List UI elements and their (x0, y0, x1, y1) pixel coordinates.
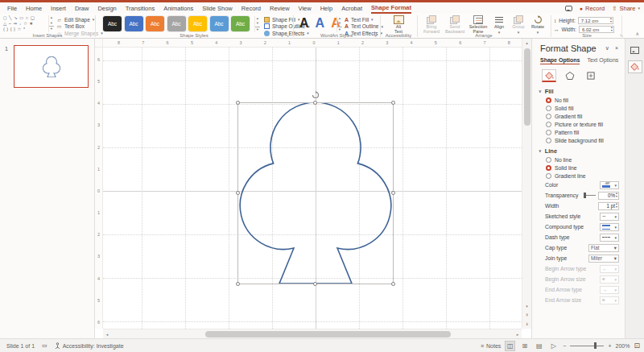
normal-view-button[interactable]: ◫ (505, 341, 515, 351)
radio[interactable] (546, 173, 551, 179)
resize-handle-w[interactable] (236, 191, 240, 195)
notes-button[interactable]: ≡Notes (481, 343, 501, 349)
radio[interactable] (546, 157, 551, 163)
radio[interactable] (546, 114, 551, 119)
shape-style-swatch[interactable]: Abc (125, 16, 143, 31)
scroll-left-icon[interactable]: ◂ (103, 332, 111, 337)
shapes-gallery-row1-icons[interactable]: ◻ ╲ ↘ ▭ ○ ▢ (3, 15, 48, 21)
horizontal-scrollbar[interactable]: ◂ ▸ (103, 329, 522, 338)
line-width-spinner[interactable]: ▴▾ (616, 203, 617, 209)
wordart-dialog-launcher-icon[interactable]: ⇘ (373, 33, 377, 38)
tab-acrobat[interactable]: Acrobat (341, 2, 362, 14)
shapes-gallery-row2-icons[interactable]: △ ~ ⇒ ↓ ☆ ★ (3, 21, 48, 27)
resize-handle-sw[interactable] (236, 282, 240, 286)
wordart-style-black[interactable]: A (299, 15, 309, 31)
radio[interactable] (546, 106, 551, 111)
radio[interactable] (546, 130, 551, 135)
shape-styles-dialog-launcher-icon[interactable]: ⇘ (285, 33, 289, 38)
join-type-select[interactable]: Miter▾ (588, 255, 619, 263)
shape-style-swatch[interactable]: Abc (103, 16, 122, 31)
rotate-button[interactable]: Rotate▾ (528, 15, 547, 35)
tab-home[interactable]: Home (26, 2, 42, 14)
resize-handle-nw[interactable] (236, 101, 240, 105)
width-spinner[interactable]: ▴▾ (611, 27, 613, 32)
horizontal-scroll-thumb[interactable] (205, 331, 451, 338)
slide-sorter-view-button[interactable]: ⊞ (519, 341, 530, 351)
fill-option-pattern[interactable]: Pattern fill (532, 128, 625, 136)
zoom-slider-thumb[interactable] (594, 342, 597, 349)
line-option-no-line[interactable]: No line (532, 155, 625, 164)
height-input[interactable]: 7.12 cm▴▾ (578, 17, 613, 24)
line-width-input[interactable]: 1 pt▴▾ (598, 202, 619, 210)
text-outline-button[interactable]: AText Outline▾ (345, 23, 383, 31)
shapes-gallery[interactable]: ◻ ╲ ↘ ▭ ○ ▢ △ ~ ⇒ ↓ ☆ ★ ( ) { } ☆ * (3, 15, 48, 32)
scroll-right-icon[interactable]: ▸ (514, 332, 522, 337)
height-spinner[interactable]: ▴▾ (610, 18, 612, 23)
tab-design[interactable]: Design (97, 2, 116, 14)
share-button[interactable]: ⇧Share▾ (612, 5, 640, 12)
fill-option-gradient[interactable]: Gradient fill (532, 112, 625, 120)
zoom-in-button[interactable]: + (608, 343, 611, 349)
shape-styles-spinner[interactable]: ▴ ▾ ▾ (254, 16, 260, 32)
styles-more-icon[interactable]: ▾ (255, 27, 260, 32)
radio-selected[interactable] (546, 97, 551, 103)
scroll-up-icon[interactable]: ▴ (522, 39, 531, 48)
tab-insert[interactable]: Insert (51, 2, 66, 14)
shape-style-swatch[interactable]: Abc (210, 16, 229, 31)
zoom-slider[interactable] (570, 346, 604, 346)
tab-transitions[interactable]: Transitions (126, 2, 155, 14)
next-slide-icon[interactable]: ↡ (522, 320, 531, 329)
tab-file[interactable]: File (7, 2, 17, 14)
shape-style-swatch[interactable]: Abc (231, 16, 250, 31)
resize-handle-s[interactable] (313, 282, 317, 286)
line-option-solid[interactable]: Solid line (532, 164, 625, 172)
gallery-more-icon[interactable]: ▾ (49, 26, 54, 32)
wordart-style-blue[interactable]: A (316, 15, 325, 31)
previous-slide-icon[interactable]: ↟ (522, 311, 531, 320)
comments-icon[interactable] (565, 6, 572, 11)
fill-section-header[interactable]: ∨Fill (532, 86, 625, 96)
shapes-gallery-spinner[interactable]: ▴ ▾ ▾ (48, 15, 54, 32)
effects-tab[interactable] (563, 69, 577, 82)
vertical-scroll-thumb[interactable] (524, 48, 530, 126)
transparency-slider[interactable] (584, 195, 596, 196)
scroll-down-icon[interactable]: ▾ (522, 302, 531, 311)
slide-thumbnail[interactable] (14, 45, 89, 88)
tab-record[interactable]: Record (242, 2, 261, 14)
width-input[interactable]: 6.02 cm▴▾ (579, 26, 614, 33)
fill-line-tab[interactable] (542, 69, 556, 82)
tab-shape-options[interactable]: Shape Options (540, 57, 580, 64)
vertical-scrollbar[interactable]: ▴ ▾ ↟ ↡ (522, 39, 531, 329)
line-option-gradient[interactable]: Gradient line (532, 172, 625, 180)
record-button[interactable]: ●Record (580, 5, 605, 12)
shape-style-swatch[interactable]: Abc (146, 16, 164, 31)
pane-close-icon[interactable]: × (615, 45, 618, 52)
radio-selected[interactable] (546, 165, 551, 171)
fill-option-no-fill[interactable]: No fill (532, 96, 625, 104)
tab-review[interactable]: Review (270, 2, 290, 14)
fill-option-solid[interactable]: Solid fill (532, 104, 625, 112)
slideshow-button[interactable]: ▷ (548, 341, 559, 351)
rotate-handle-icon[interactable] (312, 91, 320, 99)
align-button[interactable]: Align▾ (489, 15, 509, 35)
tab-animations[interactable]: Animations (163, 2, 193, 14)
shape-style-swatch[interactable]: Abc (167, 16, 186, 31)
shapes-gallery-row3-icons[interactable]: ( ) { } ☆ * (3, 27, 48, 32)
collapse-ribbon-icon[interactable]: ∧ (636, 31, 639, 36)
accessibility-checker[interactable]: Accessibility: Investigate (55, 342, 124, 350)
alt-text-button[interactable]: Alt Text (386, 15, 411, 35)
pane-chevron-icon[interactable]: ∨ (605, 45, 609, 52)
resize-handle-se[interactable] (391, 282, 395, 286)
fill-option-picture[interactable]: Picture or texture fill (532, 120, 625, 128)
tab-help[interactable]: Help (320, 2, 332, 14)
tab-slide-show[interactable]: Slide Show (202, 2, 233, 14)
zoom-out-button[interactable]: − (563, 343, 566, 349)
wordart-spinner[interactable]: ▴ ▾ ▾ (336, 16, 342, 32)
transparency-spinner[interactable]: ▴▾ (616, 193, 617, 198)
radio[interactable] (546, 138, 551, 143)
slider-thumb[interactable] (584, 193, 586, 198)
reading-view-button[interactable]: ▤ (534, 341, 544, 351)
picture-pane-button[interactable] (628, 43, 642, 56)
dash-type-dropdown[interactable]: ▾ (600, 234, 619, 242)
line-section-header[interactable]: ∨Line (532, 146, 625, 155)
